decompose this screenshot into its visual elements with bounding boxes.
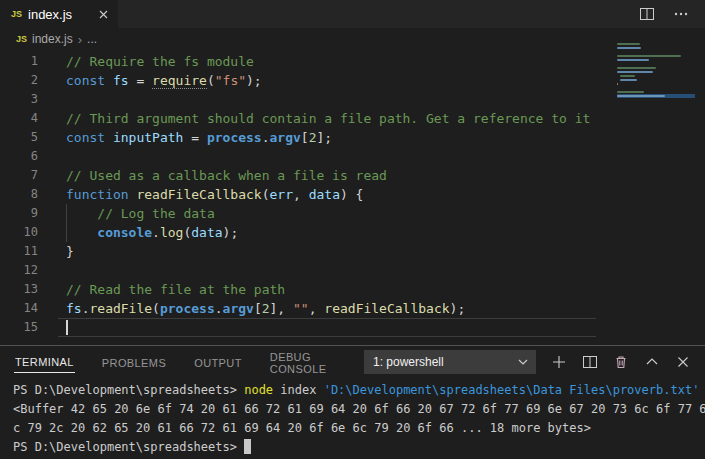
line-number[interactable]: 1 bbox=[0, 52, 38, 71]
code-line-1[interactable]: 1// Require the fs module bbox=[0, 52, 705, 71]
code-line-11[interactable]: 11} bbox=[0, 242, 705, 261]
code-line-content: // Require the fs module bbox=[38, 52, 254, 71]
vscode-window: JS index.js JS index.js › ... 1// Requir… bbox=[0, 0, 705, 459]
code-line-content: // Log the data bbox=[38, 204, 215, 223]
code-line-content: console.log(data); bbox=[38, 223, 238, 242]
code-line-12[interactable]: 12 bbox=[0, 261, 705, 280]
split-terminal-icon[interactable] bbox=[582, 354, 598, 370]
chevron-right-icon: › bbox=[78, 33, 82, 46]
terminal-select[interactable]: 1: powershell bbox=[364, 350, 536, 374]
line-number[interactable]: 3 bbox=[0, 90, 38, 109]
close-icon[interactable] bbox=[675, 354, 691, 370]
chevron-up-icon[interactable] bbox=[644, 354, 660, 370]
terminal-output[interactable]: PS D:\Development\spreadsheets> node ind… bbox=[0, 378, 705, 457]
tab-debug-console[interactable]: DEBUG CONSOLE bbox=[269, 346, 338, 379]
code-line-content bbox=[38, 147, 66, 166]
code-line-13[interactable]: 13// Read the file at the path bbox=[0, 280, 705, 299]
code-line-8[interactable]: 8function readFileCallback(err, data) { bbox=[0, 185, 705, 204]
code-line-content bbox=[38, 261, 66, 280]
code-line-10[interactable]: 10 console.log(data); bbox=[0, 223, 705, 242]
code-line-9[interactable]: 9 // Log the data bbox=[0, 204, 705, 223]
line-number[interactable]: 2 bbox=[0, 71, 38, 90]
bottom-panel: TERMINAL PROBLEMS OUTPUT DEBUG CONSOLE 1… bbox=[0, 345, 705, 459]
code-line-content: const fs = require("fs"); bbox=[38, 71, 262, 90]
line-number[interactable]: 9 bbox=[0, 204, 38, 223]
new-terminal-plus-icon[interactable] bbox=[551, 354, 567, 370]
terminal-cursor bbox=[244, 439, 251, 454]
minimap[interactable] bbox=[617, 42, 695, 102]
line-number[interactable]: 5 bbox=[0, 128, 38, 147]
code-line-6[interactable]: 6 bbox=[0, 147, 705, 166]
breadcrumb: JS index.js › ... bbox=[0, 28, 705, 50]
line-number[interactable]: 12 bbox=[0, 261, 38, 280]
line-number[interactable]: 8 bbox=[0, 185, 38, 204]
code-line-content: // Third argument should contain a file … bbox=[38, 109, 590, 128]
code-line-content: fs.readFile(process.argv[2], "", readFil… bbox=[38, 299, 465, 318]
more-actions-icon[interactable] bbox=[673, 6, 689, 22]
code-line-content bbox=[38, 318, 68, 337]
code-line-content: function readFileCallback(err, data) { bbox=[38, 185, 363, 204]
code-line-content: // Read the file at the path bbox=[38, 280, 285, 299]
tab-terminal[interactable]: TERMINAL bbox=[14, 351, 75, 373]
editor-tab-bar: JS index.js bbox=[0, 0, 705, 28]
code-line-content bbox=[38, 90, 66, 109]
code-editor[interactable]: 1// Require the fs module2const fs = req… bbox=[0, 50, 705, 345]
tab-index-js[interactable]: JS index.js bbox=[0, 0, 118, 28]
line-number[interactable]: 6 bbox=[0, 147, 38, 166]
code-line-content: // Used as a callback when a file is rea… bbox=[38, 166, 387, 185]
minimap-line bbox=[617, 98, 695, 102]
tab-label: index.js bbox=[28, 7, 72, 22]
terminal-controls: 1: powershell bbox=[364, 350, 691, 374]
js-file-icon: JS bbox=[16, 34, 27, 44]
line-number[interactable]: 4 bbox=[0, 109, 38, 128]
tab-problems[interactable]: PROBLEMS bbox=[101, 352, 167, 373]
chevron-down-icon bbox=[518, 359, 528, 365]
code-line-3[interactable]: 3 bbox=[0, 90, 705, 109]
terminal-line: PS D:\Development\spreadsheets> bbox=[13, 438, 705, 457]
terminal-line: <Buffer 42 65 20 6e 6f 74 20 61 66 72 61… bbox=[13, 400, 705, 419]
code-line-5[interactable]: 5const inputPath = process.argv[2]; bbox=[0, 128, 705, 147]
code-line-7[interactable]: 7// Used as a callback when a file is re… bbox=[0, 166, 705, 185]
code-line-14[interactable]: 14fs.readFile(process.argv[2], "", readF… bbox=[0, 299, 705, 318]
breadcrumb-symbol[interactable]: ... bbox=[87, 32, 97, 46]
panel-header: TERMINAL PROBLEMS OUTPUT DEBUG CONSOLE 1… bbox=[0, 346, 705, 378]
trash-icon[interactable] bbox=[613, 354, 629, 370]
code-line-content: } bbox=[38, 242, 74, 261]
terminal-select-value: 1: powershell bbox=[373, 355, 444, 369]
line-number[interactable]: 14 bbox=[0, 299, 38, 318]
line-number[interactable]: 13 bbox=[0, 280, 38, 299]
editor-actions bbox=[639, 0, 705, 28]
line-number[interactable]: 15 bbox=[0, 318, 38, 337]
js-file-icon: JS bbox=[11, 9, 22, 19]
editor-cursor bbox=[66, 320, 68, 335]
code-line-content: const inputPath = process.argv[2]; bbox=[38, 128, 332, 147]
close-icon[interactable] bbox=[99, 10, 108, 19]
terminal-line: PS D:\Development\spreadsheets> node ind… bbox=[13, 381, 705, 400]
line-number[interactable]: 10 bbox=[0, 223, 38, 242]
line-number[interactable]: 11 bbox=[0, 242, 38, 261]
split-editor-icon[interactable] bbox=[639, 6, 655, 22]
code-line-15[interactable]: 15 bbox=[0, 318, 705, 337]
code-line-2[interactable]: 2const fs = require("fs"); bbox=[0, 71, 705, 90]
tab-output[interactable]: OUTPUT bbox=[193, 352, 243, 373]
breadcrumb-file[interactable]: index.js bbox=[32, 32, 73, 46]
terminal-line: c 79 2c 20 62 65 20 61 66 72 61 69 64 20… bbox=[13, 419, 705, 438]
line-number[interactable]: 7 bbox=[0, 166, 38, 185]
code-line-4[interactable]: 4// Third argument should contain a file… bbox=[0, 109, 705, 128]
